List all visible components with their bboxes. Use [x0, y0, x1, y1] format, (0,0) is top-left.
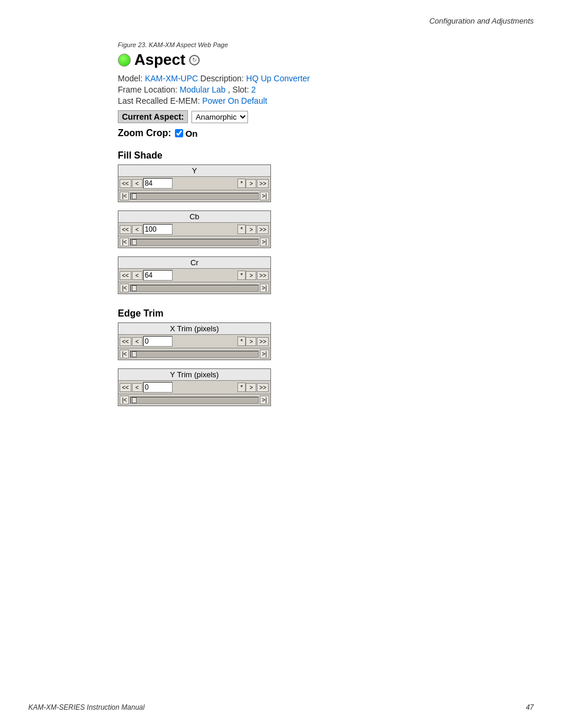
y-rewind-btn[interactable]: <	[132, 179, 143, 188]
cr-rewind-fast-btn[interactable]: <<	[120, 271, 131, 280]
page-header: Configuration and Adjustments	[429, 17, 534, 25]
figure-caption: Figure 23. KAM-XM Aspect Web Page	[118, 41, 471, 48]
y-trim-value-input[interactable]	[143, 382, 173, 393]
edge-trim-section: Edge Trim X Trim (pixels) << < * > >> |<…	[118, 308, 471, 406]
slot-label: Slot:	[233, 85, 249, 94]
page-footer: KAM-XM-SERIES Instruction Manual 47	[28, 703, 534, 711]
y-trim-slider-header: Y Trim (pixels)	[118, 369, 270, 381]
y-trim-rewind-btn[interactable]: <	[132, 383, 143, 392]
cr-end-btn[interactable]: >|	[260, 284, 269, 292]
cr-track-row: |< >|	[118, 282, 270, 294]
aspect-title-row: Aspect ↻	[118, 51, 471, 69]
x-trim-thumb[interactable]	[132, 351, 137, 357]
slot-value[interactable]: 2	[251, 85, 256, 94]
cr-value-input[interactable]	[143, 270, 173, 281]
y-trim-star-btn[interactable]: *	[237, 383, 246, 392]
y-trim-start-btn[interactable]: |<	[120, 396, 129, 404]
emem-label: Last Recalled E-MEM:	[118, 96, 200, 106]
description-value[interactable]: HQ Up Converter	[246, 74, 310, 83]
cb-forward-fast-btn[interactable]: >>	[257, 225, 269, 234]
y-value-input[interactable]	[143, 178, 173, 189]
fill-shade-title: Fill Shade	[118, 150, 471, 161]
x-trim-forward-fast-btn[interactable]: >>	[257, 337, 269, 346]
content-area: Figure 23. KAM-XM Aspect Web Page Aspect…	[118, 41, 471, 420]
x-trim-value-input[interactable]	[143, 336, 173, 347]
y-controls-row: << < * > >>	[118, 177, 270, 190]
cr-thumb[interactable]	[132, 285, 137, 291]
y-slider-box: Y << < * > >> |< >|	[118, 164, 271, 202]
y-slider-header: Y	[118, 165, 270, 177]
y-trim-track[interactable]	[130, 397, 258, 404]
cb-end-btn[interactable]: >|	[260, 238, 269, 246]
cr-start-btn[interactable]: |<	[120, 284, 129, 292]
frame-value[interactable]: Modular Lab	[180, 85, 226, 94]
emem-line: Last Recalled E-MEM: Power On Default	[118, 96, 471, 106]
frame-label: Frame Location:	[118, 85, 177, 94]
y-track[interactable]	[130, 193, 258, 200]
x-trim-track[interactable]	[130, 351, 258, 358]
zoom-crop-checkbox-area: On	[175, 129, 198, 139]
aspect-select[interactable]: Anamorphic 4:3 16:9 14:9	[191, 111, 248, 123]
current-aspect-label: Current Aspect:	[118, 110, 188, 123]
model-line: Model: KAM-XM-UPC Description: HQ Up Con…	[118, 74, 471, 83]
refresh-icon[interactable]: ↻	[189, 55, 200, 65]
y-star-btn[interactable]: *	[237, 179, 246, 188]
cb-slider-box: Cb << < * > >> |< >|	[118, 210, 271, 248]
cb-forward-btn[interactable]: >	[246, 225, 256, 234]
y-trim-slider-box: Y Trim (pixels) << < * > >> |< >|	[118, 368, 271, 406]
x-trim-forward-btn[interactable]: >	[246, 337, 256, 346]
cr-slider-box: Cr << < * > >> |< >|	[118, 256, 271, 294]
zoom-crop-checkbox[interactable]	[175, 129, 183, 137]
description-label: Description:	[200, 74, 244, 83]
cr-controls-row: << < * > >>	[118, 269, 270, 282]
y-start-btn[interactable]: |<	[120, 192, 129, 200]
cr-track[interactable]	[130, 285, 258, 292]
y-forward-btn[interactable]: >	[246, 179, 256, 188]
y-forward-fast-btn[interactable]: >>	[257, 179, 269, 188]
cb-rewind-fast-btn[interactable]: <<	[120, 225, 131, 234]
x-trim-end-btn[interactable]: >|	[260, 350, 269, 358]
cb-track-row: |< >|	[118, 236, 270, 248]
y-trim-forward-fast-btn[interactable]: >>	[257, 383, 269, 392]
y-trim-rewind-fast-btn[interactable]: <<	[120, 383, 131, 392]
cb-track[interactable]	[130, 239, 258, 246]
model-value[interactable]: KAM-XM-UPC	[145, 74, 198, 83]
x-trim-rewind-fast-btn[interactable]: <<	[120, 337, 131, 346]
y-rewind-fast-btn[interactable]: <<	[120, 179, 131, 188]
cr-forward-fast-btn[interactable]: >>	[257, 271, 269, 280]
cb-slider-header: Cb	[118, 211, 270, 223]
x-trim-star-btn[interactable]: *	[237, 337, 246, 346]
cb-thumb[interactable]	[132, 239, 137, 245]
x-trim-start-btn[interactable]: |<	[120, 350, 129, 358]
y-trim-end-btn[interactable]: >|	[260, 396, 269, 404]
zoom-crop-label: Zoom Crop:	[118, 128, 171, 139]
cb-start-btn[interactable]: |<	[120, 238, 129, 246]
cb-controls-row: << < * > >>	[118, 223, 270, 236]
model-label: Model:	[118, 74, 143, 83]
x-trim-rewind-btn[interactable]: <	[132, 337, 143, 346]
y-trim-track-row: |< >|	[118, 394, 270, 406]
cb-rewind-btn[interactable]: <	[132, 225, 143, 234]
x-trim-track-row: |< >|	[118, 348, 270, 360]
cr-slider-header: Cr	[118, 257, 270, 269]
y-trim-thumb[interactable]	[132, 397, 137, 403]
x-trim-slider-header: X Trim (pixels)	[118, 323, 270, 335]
x-trim-slider-box: X Trim (pixels) << < * > >> |< >|	[118, 322, 271, 360]
cr-rewind-btn[interactable]: <	[132, 271, 143, 280]
footer-right: 47	[526, 703, 534, 711]
y-thumb[interactable]	[132, 193, 137, 199]
cr-forward-btn[interactable]: >	[246, 271, 256, 280]
cr-star-btn[interactable]: *	[237, 271, 246, 280]
y-end-btn[interactable]: >|	[260, 192, 269, 200]
y-trim-controls-row: << < * > >>	[118, 381, 270, 394]
current-aspect-row: Current Aspect: Anamorphic 4:3 16:9 14:9	[118, 110, 471, 123]
aspect-title-text: Aspect	[134, 51, 186, 69]
y-trim-forward-btn[interactable]: >	[246, 383, 256, 392]
edge-trim-title: Edge Trim	[118, 308, 471, 319]
on-label: On	[186, 129, 198, 139]
cb-star-btn[interactable]: *	[237, 225, 246, 234]
emem-value[interactable]: Power On Default	[202, 96, 267, 106]
y-track-row: |< >|	[118, 190, 270, 202]
zoom-crop-row: Zoom Crop: On	[118, 128, 471, 139]
cb-value-input[interactable]	[143, 224, 173, 235]
